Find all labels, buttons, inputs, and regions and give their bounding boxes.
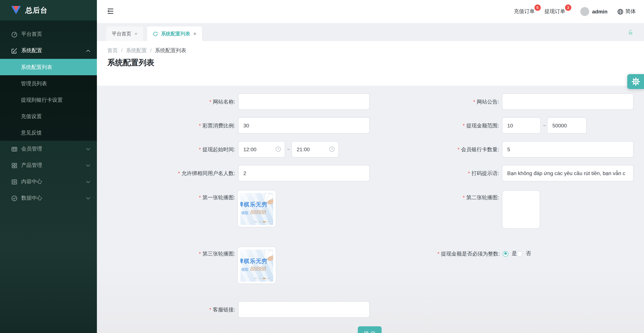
range-tilde: ~: [543, 117, 546, 134]
language-switcher[interactable]: 简体: [617, 8, 636, 15]
time-start-input[interactable]: [238, 141, 285, 158]
banner2-label: *第二张轮播图:: [358, 194, 499, 201]
submit-button[interactable]: 提 交: [358, 326, 382, 333]
grid-icon: [11, 162, 18, 169]
language-label: 简体: [625, 8, 636, 15]
document-icon: [11, 179, 18, 185]
chevron-down-icon: [86, 164, 90, 167]
chevron-down-icon: [86, 148, 90, 150]
time-end-input[interactable]: [292, 141, 339, 158]
service-link-label: *客服链接:: [97, 301, 235, 318]
withdraw-integer-label: *提现金额是否必须为整数:: [358, 246, 500, 262]
sidebar: 总后台 平台首页 系统配置: [0, 0, 97, 333]
tab-platform-home[interactable]: 平台首页 ×: [106, 26, 143, 41]
sidebar-subitem-withdraw-bankcard-settings[interactable]: 提现到银行卡设置: [0, 92, 97, 108]
sidebar-subitem-system-config-list[interactable]: 系统配置列表: [0, 59, 97, 75]
lottery-ratio-label: *彩票消费比例:: [97, 117, 235, 134]
header-actions: 充值订单 6 提现订单 3 admin 简体: [514, 0, 636, 23]
withdraw-min-input[interactable]: [502, 117, 541, 134]
withdraw-time-end: [292, 141, 339, 158]
withdraw-time-label: *提现起始时间:: [97, 141, 235, 158]
tab-system-config-list[interactable]: 系统配置列表 ×: [147, 26, 202, 41]
banner3-upload[interactable]: 牌棋乐无穷 领取 88888: [238, 247, 276, 284]
time-tilde: ~: [287, 141, 290, 158]
site-notice-input[interactable]: [502, 93, 634, 110]
sidebar-item-member-management[interactable]: 会员管理: [0, 141, 97, 157]
table-icon: [11, 146, 18, 152]
dashboard-icon: [11, 31, 18, 37]
withdraw-time-start: [238, 141, 285, 158]
sidebar-item-platform-home[interactable]: 平台首页: [0, 26, 97, 42]
check-circle-icon: [11, 195, 18, 201]
sidebar-item-label: 内容中心: [21, 178, 86, 185]
app-title: 总后台: [25, 5, 48, 15]
username: admin: [592, 8, 608, 14]
site-name-input[interactable]: [238, 93, 370, 110]
bank-card-count-label: *会员银行卡数量:: [358, 141, 499, 158]
app-window: 总后台 平台首页 系统配置: [0, 0, 644, 333]
chevron-down-icon: [86, 197, 90, 199]
system-config-form: *网站名称: *网站公告: *彩票消费比例: *提现金额范围: ~ *提现起始时…: [97, 86, 644, 333]
sidebar-item-label: 系统配置: [21, 47, 86, 54]
recharge-orders-link[interactable]: 充值订单 6: [514, 8, 535, 15]
lottery-ratio-input[interactable]: [238, 117, 370, 134]
recharge-orders-badge: 6: [534, 4, 541, 11]
page-head: 首页 / 系统配置 / 系统配置列表 系统配置列表: [97, 41, 644, 86]
withdraw-max-input[interactable]: [547, 117, 586, 134]
sidebar-item-content-center[interactable]: 内容中心: [0, 174, 97, 190]
banner3-image: 牌棋乐无穷 领取 88888: [240, 250, 273, 282]
sidebar-subitem-feedback[interactable]: 意见反馈: [0, 124, 97, 141]
withdraw-orders-link[interactable]: 提现订单 3: [544, 8, 565, 15]
page-title: 系统配置列表: [107, 57, 154, 68]
breadcrumb-home[interactable]: 首页: [107, 47, 118, 54]
banner2-upload[interactable]: [502, 190, 540, 229]
sidebar-item-data-center[interactable]: 数据中心: [0, 190, 97, 206]
sidebar-collapse-button[interactable]: [106, 7, 114, 15]
user-menu[interactable]: admin: [580, 7, 608, 16]
top-header: 充值订单 6 提现订单 3 admin 简体: [97, 0, 644, 23]
refresh-icon: [153, 31, 158, 36]
captcha-tip-input[interactable]: [502, 165, 634, 181]
banner1-image: 牌棋乐无穷 领取 88888: [240, 193, 273, 225]
sidebar-item-label: 平台首页: [21, 31, 90, 38]
breadcrumb-system-config[interactable]: 系统配置: [126, 47, 147, 54]
radio-no[interactable]: [517, 251, 522, 257]
globe-icon: [617, 8, 624, 15]
sidebar-item-label: 数据中心: [21, 195, 86, 202]
sidebar-item-label: 产品管理: [21, 162, 86, 169]
sidebar-item-product-management[interactable]: 产品管理: [0, 157, 97, 174]
site-notice-label: *网站公告:: [358, 93, 499, 110]
settings-fab[interactable]: [627, 74, 644, 89]
avatar: [580, 7, 589, 16]
logo-bar: 总后台: [0, 0, 97, 20]
system-config-submenu: 系统配置列表 管理员列表 提现到银行卡设置 充值设置 意见反馈: [0, 59, 97, 141]
banner1-label: *第一张轮播图:: [97, 194, 235, 201]
gear-icon: [631, 77, 640, 86]
sidebar-item-label: 会员管理: [21, 146, 86, 152]
site-name-label: *网站名称:: [97, 93, 235, 110]
sidebar-subitem-recharge-settings[interactable]: 充值设置: [0, 108, 97, 124]
radio-yes[interactable]: [503, 251, 508, 257]
service-link-input[interactable]: [238, 301, 370, 318]
vue-logo-icon: [11, 6, 21, 14]
breadcrumb-current: 系统配置列表: [155, 47, 186, 54]
bank-card-count-input[interactable]: [502, 141, 634, 158]
breadcrumb: 首页 / 系统配置 / 系统配置列表: [107, 47, 186, 54]
same-username-input[interactable]: [238, 165, 370, 181]
withdraw-range-label: *提现金额范围:: [358, 117, 499, 134]
sidebar-subitem-admin-list[interactable]: 管理员列表: [0, 75, 97, 92]
close-tab-icon[interactable]: ×: [194, 31, 196, 36]
radio-no-label[interactable]: 否: [526, 250, 531, 257]
edit-icon: [11, 47, 18, 54]
sidebar-item-system-config[interactable]: 系统配置: [0, 42, 97, 59]
withdraw-orders-badge: 3: [565, 4, 571, 11]
captcha-tip-label: *打码提示语:: [358, 165, 499, 181]
close-tab-icon[interactable]: ×: [134, 31, 137, 36]
withdraw-integer-radio-group: 是 否: [503, 246, 531, 262]
chevron-down-icon: [86, 180, 90, 183]
same-username-label: *允许绑相同用户名人数:: [97, 165, 235, 181]
open-tabs-bar: 平台首页 × 系统配置列表 ×: [97, 23, 644, 41]
radio-yes-label[interactable]: 是: [512, 250, 517, 257]
unlock-icon[interactable]: [628, 29, 634, 35]
banner1-upload[interactable]: 牌棋乐无穷 领取 88888: [238, 190, 276, 227]
